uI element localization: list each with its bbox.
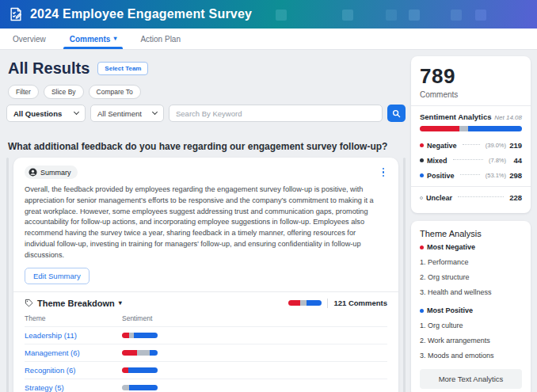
table-row: Recognition (6) <box>25 361 387 379</box>
list-item: 3. Moods and emotions <box>420 352 522 360</box>
list-item: 1. Org culture <box>420 322 522 329</box>
unclear-dot-icon <box>420 196 423 200</box>
most-negative-header: Most Negative <box>420 243 522 251</box>
negative-dot-icon <box>420 245 424 249</box>
legend-row-negative: Negative (39.0%) 219 <box>420 138 522 153</box>
next-card-edge <box>403 158 406 392</box>
list-item: 2. Org structure <box>420 273 522 281</box>
edit-summary-button[interactable]: Edit Summary <box>25 268 90 284</box>
question-heading: What additional feedback do you have reg… <box>8 141 406 152</box>
tab-action-plan[interactable]: Action Plan <box>139 29 182 49</box>
page-title: All Results <box>8 59 90 78</box>
dotted-leader <box>453 159 483 160</box>
comments-summary-card: 789 Comments Sentiment Analytics Net 14.… <box>411 56 531 213</box>
person-icon <box>29 168 37 177</box>
divider <box>327 299 328 308</box>
list-item: 3. Health and wellness <box>420 288 522 296</box>
theme-link[interactable]: Recognition (6) <box>25 366 75 375</box>
sentiment-select[interactable]: All Sentiment <box>90 105 164 122</box>
kebab-menu-icon[interactable] <box>379 166 388 179</box>
keyword-search-box <box>169 105 383 122</box>
total-comments-count: 789 <box>420 64 522 89</box>
main-column: All Results Select Team Filter Slice By … <box>6 56 406 392</box>
sidebar: 789 Comments Sentiment Analytics Net 14.… <box>411 56 531 392</box>
questions-select[interactable]: All Questions <box>6 105 86 122</box>
question-summary-card: Summary Overall, the feedback provided b… <box>13 158 398 392</box>
app-title: 2024 Employee Engagement Survey <box>30 7 252 21</box>
decor-square <box>475 10 486 21</box>
most-positive-header: Most Positive <box>420 306 522 314</box>
dotted-leader <box>460 174 480 175</box>
filter-pill[interactable]: Filter <box>8 85 39 99</box>
table-row: Leadership (11) <box>25 326 387 344</box>
chevron-down-icon <box>152 109 158 115</box>
column-header-theme: Theme <box>25 313 122 327</box>
divider <box>411 105 531 106</box>
theme-link[interactable]: Management (6) <box>25 348 80 357</box>
summary-badge: Summary <box>25 166 78 179</box>
slice-by-pill[interactable]: Slice By <box>44 85 84 99</box>
survey-document-icon <box>8 6 24 22</box>
mixed-dot-icon <box>420 158 424 162</box>
sentiment-bar <box>122 385 158 390</box>
divider <box>411 186 531 187</box>
decor-square <box>409 10 420 21</box>
tab-comments[interactable]: Comments ▾ <box>68 29 119 49</box>
decor-square <box>451 10 462 21</box>
positive-dot-icon <box>420 173 424 177</box>
table-row: Strategy (5) <box>25 379 387 392</box>
sentiment-bar <box>122 333 158 338</box>
theme-breakdown-table: Theme Sentiment Leadership (11) Manageme… <box>25 313 387 392</box>
sentiment-bar <box>122 350 158 356</box>
sentiment-bar-overall <box>288 300 322 306</box>
search-button[interactable] <box>387 105 406 122</box>
dotted-leader <box>458 196 504 197</box>
select-team-button[interactable]: Select Team <box>97 62 148 75</box>
sentiment-analytics-title: Sentiment Analytics <box>420 112 491 121</box>
theme-analysis-title: Theme Analysis <box>420 229 522 238</box>
chevron-down-icon <box>74 109 79 115</box>
sentiment-bar <box>122 367 158 373</box>
column-header-sentiment: Sentiment <box>122 313 387 327</box>
theme-link[interactable]: Strategy (5) <box>25 383 64 392</box>
search-input[interactable] <box>176 109 375 118</box>
list-item: 2. Work arrangements <box>420 337 522 344</box>
total-comments-label: Comments <box>420 90 522 99</box>
search-icon <box>392 109 401 118</box>
legend-row-mixed: Mixed (7.8%) 44 <box>420 153 522 168</box>
table-row: Management (6) <box>25 344 387 361</box>
compare-to-pill[interactable]: Compare To <box>89 85 141 99</box>
app-header: 2024 Employee Engagement Survey <box>0 0 537 29</box>
theme-link[interactable]: Leadership (11) <box>25 331 77 340</box>
tag-icon <box>25 299 33 307</box>
dotted-leader <box>463 144 480 145</box>
net-score-label: Net 14.08 <box>494 114 522 121</box>
more-text-analytics-button[interactable]: More Text Analytics <box>420 369 522 389</box>
decor-square <box>276 10 287 21</box>
negative-dot-icon <box>420 143 424 147</box>
chevron-down-icon: ▾ <box>113 36 116 42</box>
comments-count-label: 121 Comments <box>333 299 387 307</box>
tab-overview[interactable]: Overview <box>11 29 48 49</box>
divider <box>13 291 398 292</box>
chevron-down-icon: ▾ <box>119 299 122 306</box>
summary-text: Overall, the feedback provided by employ… <box>25 185 387 261</box>
legend-row-unclear: Unclear 228 <box>420 190 522 205</box>
positive-dot-icon <box>420 309 424 313</box>
theme-breakdown-toggle[interactable]: Theme Breakdown ▾ <box>25 299 122 308</box>
decor-square <box>342 10 353 21</box>
sentiment-bar-total <box>420 126 522 131</box>
filter-pills: Filter Slice By Compare To <box>8 85 406 99</box>
content-area: All Results Select Team Filter Slice By … <box>0 50 537 392</box>
tab-bar: Overview Comments ▾ Action Plan <box>0 29 537 50</box>
list-item: 1. Performance <box>420 258 522 266</box>
decor-square <box>386 10 397 21</box>
theme-analysis-card: Theme Analysis Most Negative 1. Performa… <box>411 221 531 392</box>
previous-card-edge <box>6 158 9 392</box>
legend-row-positive: Positive (53.1%) 298 <box>420 168 522 183</box>
